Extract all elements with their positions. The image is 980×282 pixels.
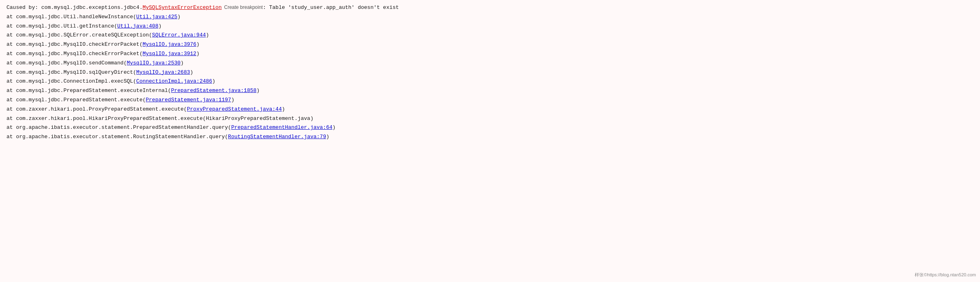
error-container: Caused by: com.mysql.jdbc.exceptions.jdb…	[0, 0, 980, 282]
stack-line-prefix: at com.mysql.jdbc.PreparedStatement.exec…	[6, 96, 146, 105]
caused-by-line: Caused by: com.mysql.jdbc.exceptions.jdb…	[6, 3, 974, 13]
stack-line-suffix: )	[333, 124, 336, 132]
stack-line-prefix: at com.mysql.jdbc.MysqlIO.checkErrorPack…	[6, 50, 142, 58]
stack-line-link[interactable]: MysqlIO.java:2530	[127, 59, 181, 68]
stack-line-suffix: )	[177, 13, 181, 21]
stack-line-suffix: )	[206, 31, 209, 40]
stack-line-suffix: )	[196, 41, 200, 49]
stack-line-suffix: )	[256, 87, 260, 95]
stack-line-link[interactable]: PreparedStatementHandler.java:64	[231, 124, 333, 132]
stack-trace-line: at com.mysql.jdbc.MysqlIO.checkErrorPack…	[6, 49, 974, 59]
stack-trace-line: at com.mysql.jdbc.PreparedStatement.exec…	[6, 96, 974, 105]
exception-class[interactable]: MySQLSyntaxErrorException	[142, 4, 221, 12]
stack-line-link[interactable]: PreparedStatement.java:1858	[171, 87, 257, 95]
watermark: 样张©https://blog.ntan520.com	[915, 272, 976, 278]
stack-trace-line: at com.mysql.jdbc.MysqlIO.checkErrorPack…	[6, 40, 974, 49]
stack-line-link[interactable]: MysqlIO.java:2683	[136, 68, 190, 77]
error-message: : Table 'study_user.app_auth' doesn't ex…	[263, 4, 399, 12]
stack-trace-line: at org.apache.ibatis.executor.statement.…	[6, 132, 974, 142]
stack-trace-line: at com.mysql.jdbc.MysqlIO.sendCommand(My…	[6, 59, 974, 68]
stack-trace-line: at com.mysql.jdbc.ConnectionImpl.execSQL…	[6, 77, 974, 86]
stack-trace-container: at com.mysql.jdbc.Util.handleNewInstance…	[6, 13, 974, 142]
stack-line-suffix: )	[212, 77, 215, 86]
stack-trace-line: at com.mysql.jdbc.PreparedStatement.exec…	[6, 86, 974, 96]
stack-line-link[interactable]: PreparedStatement.java:1197	[146, 96, 231, 105]
stack-line-suffix: )	[231, 96, 234, 105]
stack-trace-line: at com.mysql.jdbc.MysqlIO.sqlQueryDirect…	[6, 68, 974, 77]
stack-trace-line: at org.apache.ibatis.executor.statement.…	[6, 123, 974, 132]
stack-line-prefix: at com.mysql.jdbc.SQLError.createSQLExce…	[6, 31, 152, 40]
stack-line-prefix: at com.mysql.jdbc.MysqlIO.sqlQueryDirect…	[6, 68, 136, 77]
stack-trace-line: at com.zaxxer.hikari.pool.HikariProxyPre…	[6, 114, 974, 124]
stack-line-link[interactable]: MysqlIO.java:3976	[142, 41, 196, 49]
stack-line-suffix: )	[326, 133, 329, 141]
stack-trace-line: at com.zaxxer.hikari.pool.ProxyPreparedS…	[6, 105, 974, 114]
stack-line-prefix: at com.mysql.jdbc.ConnectionImpl.execSQL…	[6, 77, 136, 86]
stack-line-link[interactable]: RoutingStatementHandler.java:79	[228, 133, 326, 141]
stack-trace-line: at com.mysql.jdbc.SQLError.createSQLExce…	[6, 31, 974, 40]
stack-trace-line: at com.mysql.jdbc.Util.getInstance(Util.…	[6, 22, 974, 31]
stack-line-prefix: at com.zaxxer.hikari.pool.ProxyPreparedS…	[6, 105, 187, 114]
stack-line-text: at com.zaxxer.hikari.pool.HikariProxyPre…	[6, 115, 314, 123]
stack-line-link[interactable]: ConnectionImpl.java:2486	[136, 77, 212, 86]
stack-line-link[interactable]: ProxyPreparedStatement.java:44	[187, 105, 282, 114]
stack-line-suffix: )	[181, 59, 184, 68]
stack-line-prefix: at com.mysql.jdbc.Util.handleNewInstance…	[6, 13, 136, 21]
stack-line-prefix: at com.mysql.jdbc.MysqlIO.checkErrorPack…	[6, 41, 142, 49]
stack-line-prefix: at com.mysql.jdbc.PreparedStatement.exec…	[6, 87, 171, 95]
stack-line-suffix: )	[282, 105, 285, 114]
stack-line-suffix: )	[196, 50, 200, 58]
stack-trace-line: at com.mysql.jdbc.Util.handleNewInstance…	[6, 13, 974, 22]
stack-line-prefix: at com.mysql.jdbc.Util.getInstance(	[6, 22, 117, 31]
caused-by-prefix: Caused by: com.mysql.jdbc.exceptions.jdb…	[6, 4, 142, 12]
stack-line-link[interactable]: Util.java:408	[117, 22, 158, 31]
stack-line-link[interactable]: Util.java:425	[136, 13, 177, 21]
stack-line-suffix: )	[158, 22, 161, 31]
stack-line-link[interactable]: MysqlIO.java:3912	[142, 50, 196, 58]
stack-line-prefix: at org.apache.ibatis.executor.statement.…	[6, 133, 228, 141]
stack-line-prefix: at com.mysql.jdbc.MysqlIO.sendCommand(	[6, 59, 127, 68]
create-breakpoint-link[interactable]: Create breakpoint	[224, 4, 263, 11]
stack-line-link[interactable]: SQLError.java:944	[152, 31, 206, 40]
stack-line-prefix: at org.apache.ibatis.executor.statement.…	[6, 124, 231, 132]
stack-line-suffix: )	[190, 68, 193, 77]
